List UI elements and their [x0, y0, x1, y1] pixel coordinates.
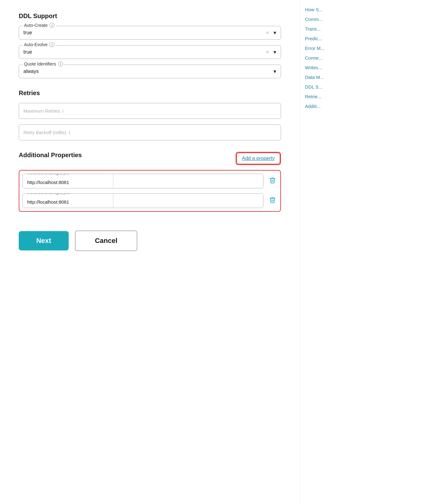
property-row-1-delete-icon[interactable] — [268, 176, 277, 187]
auto-create-label-text: Auto-Create — [24, 23, 47, 28]
auto-evolve-value: true — [23, 49, 32, 55]
sidebar-link-4[interactable]: Error M... — [305, 45, 357, 51]
auto-create-chevron-icon[interactable]: ▾ — [273, 29, 276, 36]
retry-backoff-placeholder: Retry Backoff (millis) i — [23, 130, 276, 135]
quote-identifiers-row: always ▾ — [23, 68, 276, 75]
highlighted-rows-container: ...erter.schema.registry.url http://loca… — [19, 170, 281, 212]
retries-title: Retries — [19, 90, 281, 97]
property-row-1-key-value[interactable]: http://localhost:8081 — [27, 180, 109, 185]
cancel-button[interactable]: Cancel — [75, 230, 137, 251]
retries-section: Retries Maximum Retries i Retry Backoff … — [19, 90, 281, 140]
auto-evolve-clear-icon[interactable]: × — [266, 49, 269, 56]
property-row-2-delete-icon[interactable] — [268, 195, 277, 206]
sidebar-link-1[interactable]: Comm... — [305, 16, 357, 22]
property-row-1-inner: ...erter.schema.registry.url http://loca… — [22, 174, 263, 188]
auto-create-value: true — [23, 30, 32, 36]
retry-backoff-info-icon[interactable]: i — [69, 130, 70, 135]
auto-evolve-label-text: Auto-Evolve — [24, 42, 47, 47]
property-row-2-inner: ...erter.schema.registry.url http://loca… — [22, 193, 263, 208]
quote-identifiers-field: Quote Identifiers i always ▾ — [19, 65, 281, 78]
auto-create-wrapper: Auto-Create i true × ▾ — [19, 26, 281, 40]
next-button[interactable]: Next — [19, 231, 69, 250]
auto-evolve-label: Auto-Evolve i — [23, 42, 56, 47]
quote-identifiers-actions: ▾ — [273, 68, 276, 75]
sidebar-link-9[interactable]: Retrie... — [305, 93, 357, 100]
right-sidebar: How S... Comm... Trans... Predic... Erro… — [300, 0, 362, 504]
quote-identifiers-value: always — [23, 69, 39, 74]
additional-properties-title: Additional Properties — [19, 152, 82, 159]
add-property-btn-container: Add a property — [236, 152, 281, 165]
sidebar-link-10[interactable]: Additi... — [305, 103, 357, 109]
property-row-2-key-value[interactable]: http://localhost:8081 — [27, 199, 109, 205]
quote-identifiers-info-icon[interactable]: i — [58, 61, 63, 66]
auto-create-info-icon[interactable]: i — [49, 23, 54, 28]
quote-identifiers-chevron-icon[interactable]: ▾ — [273, 68, 276, 75]
auto-evolve-actions: × ▾ — [266, 49, 276, 56]
auto-evolve-info-icon[interactable]: i — [49, 42, 54, 47]
quote-identifiers-label-text: Quote Identifiers — [24, 61, 56, 66]
auto-create-field: Auto-Create i true × ▾ — [19, 26, 281, 40]
sidebar-link-7[interactable]: Data M... — [305, 74, 357, 80]
additional-properties-header: Additional Properties Add a property — [19, 152, 281, 165]
additional-properties-section: Additional Properties Add a property ...… — [19, 152, 281, 212]
auto-create-clear-icon[interactable]: × — [266, 30, 269, 36]
max-retries-info-icon[interactable]: i — [62, 108, 63, 114]
sidebar-link-5[interactable]: Conne... — [305, 55, 357, 61]
auto-create-row: true × ▾ — [23, 29, 276, 36]
max-retries-placeholder: Maximum Retries i — [23, 108, 276, 114]
quote-identifiers-wrapper: Quote Identifiers i always ▾ — [19, 65, 281, 78]
quote-identifiers-label: Quote Identifiers i — [23, 61, 64, 66]
property-row-2: ...erter.schema.registry.url http://loca… — [22, 193, 277, 208]
retry-backoff-field[interactable]: Retry Backoff (millis) i — [19, 124, 281, 140]
auto-create-actions: × ▾ — [266, 29, 276, 36]
max-retries-placeholder-text: Maximum Retries — [23, 108, 60, 114]
property-row-2-key-label: ...erter.schema.registry.url — [26, 193, 71, 195]
auto-create-label: Auto-Create i — [23, 23, 56, 28]
ddl-support-title: DDL Support — [19, 12, 281, 20]
property-row-2-value-box[interactable] — [113, 194, 263, 208]
property-row-1-value-box[interactable] — [113, 174, 263, 188]
sidebar-link-0[interactable]: How S... — [305, 6, 357, 13]
property-row-1-key-label: ...erter.schema.registry.url — [26, 174, 71, 175]
sidebar-link-3[interactable]: Predic... — [305, 35, 357, 42]
auto-evolve-wrapper: Auto-Evolve i true × ▾ — [19, 45, 281, 59]
sidebar-link-2[interactable]: Trans... — [305, 26, 357, 32]
add-property-button[interactable]: Add a property — [236, 153, 280, 164]
sidebar-link-6[interactable]: Writes... — [305, 64, 357, 71]
auto-evolve-field: Auto-Evolve i true × ▾ — [19, 45, 281, 59]
property-row-1-key-box: ...erter.schema.registry.url http://loca… — [23, 174, 113, 188]
sidebar-link-8[interactable]: DDL S... — [305, 84, 357, 90]
property-row-1: ...erter.schema.registry.url http://loca… — [22, 174, 277, 188]
footer-buttons: Next Cancel — [19, 230, 281, 251]
auto-evolve-chevron-icon[interactable]: ▾ — [273, 49, 276, 56]
auto-evolve-row: true × ▾ — [23, 49, 276, 56]
property-row-2-key-box: ...erter.schema.registry.url http://loca… — [23, 194, 113, 208]
max-retries-field[interactable]: Maximum Retries i — [19, 103, 281, 119]
retry-backoff-placeholder-text: Retry Backoff (millis) — [23, 130, 66, 135]
